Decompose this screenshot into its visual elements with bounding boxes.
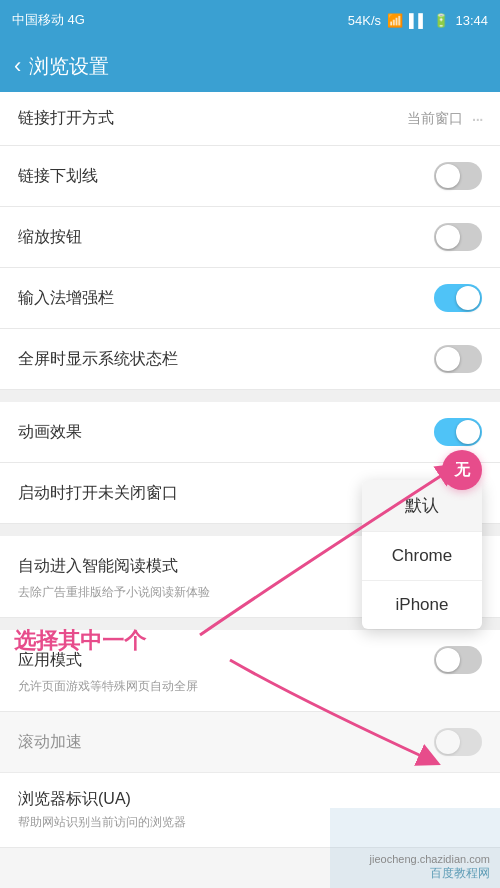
ua-row: 浏览器标识(UA)	[18, 789, 482, 810]
speed-text: 54K/s	[348, 13, 381, 28]
watermark-url: jieocheng.chazidian.com	[370, 853, 490, 865]
carrier-text: 中国移动 4G	[12, 11, 85, 29]
toggle-knob	[436, 347, 460, 371]
toggle-knob	[436, 225, 460, 249]
watermark: jieocheng.chazidian.com 百度教程网	[330, 808, 500, 888]
dropdown-menu: 默认 Chrome iPhone	[362, 480, 482, 629]
toggle-knob	[436, 164, 460, 188]
dropdown-item-chrome[interactable]: Chrome	[362, 532, 482, 581]
toggle-knob	[456, 420, 480, 444]
desc-app-mode: 允许页面游戏等特殊网页自动全屏	[18, 678, 198, 695]
link-open-value: 当前窗口	[407, 110, 463, 128]
desc-smart-reading: 去除广告重排版给予小说阅读新体验	[18, 584, 210, 601]
watermark-brand: 百度教程网	[430, 865, 490, 882]
setting-item-input-toolbar: 输入法增强栏	[0, 268, 500, 329]
dropdown-item-iphone[interactable]: iPhone	[362, 581, 482, 629]
label-app-mode: 应用模式	[18, 650, 82, 671]
setting-item-link-underline: 链接下划线	[0, 146, 500, 207]
setting-item-zoom-button: 缩放按钮	[0, 207, 500, 268]
toggle-fullscreen-statusbar[interactable]	[434, 345, 482, 373]
wu-badge-text: 无	[454, 460, 470, 481]
label-input-toolbar: 输入法增强栏	[18, 288, 114, 309]
wifi-icon: 📶	[387, 13, 403, 28]
toggle-link-underline[interactable]	[434, 162, 482, 190]
scroll-boost-row: 滚动加速	[18, 728, 482, 756]
label-fullscreen-statusbar: 全屏时显示系统状态栏	[18, 349, 178, 370]
setting-item-link-open[interactable]: 链接打开方式 当前窗口 ···	[0, 92, 500, 146]
label-link-underline: 链接下划线	[18, 166, 98, 187]
toggle-animation[interactable]	[434, 418, 482, 446]
label-animation: 动画效果	[18, 422, 82, 443]
desc-ua: 帮助网站识别当前访问的浏览器	[18, 814, 186, 831]
toggle-scroll-boost[interactable]	[434, 728, 482, 756]
setting-label-link-open: 链接打开方式	[18, 108, 114, 129]
app-mode-row: 应用模式	[18, 646, 482, 674]
setting-item-scroll-boost: 滚动加速	[0, 712, 500, 773]
label-restore-tabs: 启动时打开未关闭窗口	[18, 483, 178, 504]
label-ua: 浏览器标识(UA)	[18, 789, 131, 810]
toggle-zoom-button[interactable]	[434, 223, 482, 251]
more-dots-icon: ···	[471, 107, 482, 130]
time-text: 13:44	[455, 13, 488, 28]
toggle-knob	[436, 648, 460, 672]
page-title: 浏览设置	[29, 53, 109, 80]
page-header: ‹ 浏览设置	[0, 40, 500, 92]
signal-icon: ▌▌	[409, 13, 427, 28]
toggle-knob	[456, 286, 480, 310]
status-left: 中国移动 4G	[12, 11, 85, 29]
setting-item-animation: 动画效果	[0, 402, 500, 463]
back-button[interactable]: ‹	[14, 53, 21, 79]
status-right: 54K/s 📶 ▌▌ 🔋 13:44	[348, 13, 488, 28]
toggle-app-mode[interactable]	[434, 646, 482, 674]
setting-item-app-mode: 应用模式 允许页面游戏等特殊网页自动全屏	[0, 630, 500, 712]
wu-badge[interactable]: 无	[442, 450, 482, 490]
battery-icon: 🔋	[433, 13, 449, 28]
setting-item-fullscreen-statusbar: 全屏时显示系统状态栏	[0, 329, 500, 390]
label-zoom-button: 缩放按钮	[18, 227, 82, 248]
toggle-knob	[436, 730, 460, 754]
section-gap-1	[0, 390, 500, 402]
settings-list: 链接打开方式 当前窗口 ··· 链接下划线 缩放按钮 输入法增强栏 全屏时显示系…	[0, 92, 500, 848]
link-open-value-area: 当前窗口 ···	[407, 107, 482, 130]
label-scroll-boost: 滚动加速	[18, 732, 82, 753]
label-smart-reading: 自动进入智能阅读模式	[18, 556, 178, 577]
toggle-input-toolbar[interactable]	[434, 284, 482, 312]
status-bar: 中国移动 4G 54K/s 📶 ▌▌ 🔋 13:44	[0, 0, 500, 40]
